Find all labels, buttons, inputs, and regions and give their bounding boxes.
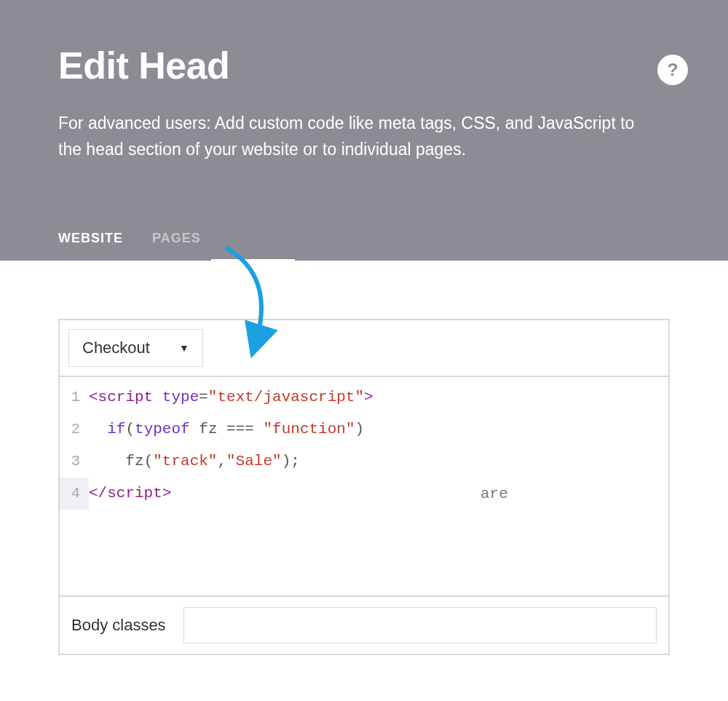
tab-website[interactable]: WEBSITE bbox=[58, 231, 123, 261]
stray-text: are bbox=[480, 478, 508, 510]
page-select-dropdown[interactable]: Checkout ▼ bbox=[68, 329, 203, 367]
help-icon: ? bbox=[668, 60, 678, 80]
line-number: 1 bbox=[60, 381, 89, 413]
line-number: 3 bbox=[60, 445, 89, 478]
content-area: Checkout ▼ 1 <script type="text/javascri… bbox=[0, 261, 728, 655]
code-line: 2 if(typeof fz === "function") bbox=[60, 413, 668, 445]
dropdown-label: Checkout bbox=[82, 338, 150, 357]
body-classes-row: Body classes bbox=[60, 595, 668, 654]
help-button[interactable]: ? bbox=[657, 55, 688, 85]
page-description: For advanced users: Add custom code like… bbox=[58, 111, 641, 162]
tab-pages[interactable]: PAGES bbox=[152, 231, 201, 261]
page-title: Edit Head bbox=[58, 44, 670, 87]
code-editor[interactable]: 1 <script type="text/javascript"> 2 if(t… bbox=[60, 377, 668, 595]
code-line: 3 fz("track","Sale"); bbox=[60, 445, 668, 478]
tabs: WEBSITE PAGES bbox=[58, 231, 201, 261]
editor-panel: Checkout ▼ 1 <script type="text/javascri… bbox=[58, 319, 670, 655]
code-text: <script type="text/javascript"> bbox=[89, 381, 668, 413]
chevron-down-icon: ▼ bbox=[179, 342, 189, 354]
code-text: fz("track","Sale"); bbox=[89, 445, 668, 478]
line-number: 2 bbox=[60, 413, 89, 445]
code-line: 4 </script> bbox=[60, 478, 668, 510]
code-line: 1 <script type="text/javascript"> bbox=[60, 381, 668, 413]
body-classes-label: Body classes bbox=[71, 616, 166, 635]
panel-toolbar: Checkout ▼ bbox=[60, 320, 668, 377]
body-classes-input[interactable] bbox=[183, 607, 657, 643]
line-number: 4 bbox=[60, 478, 89, 510]
header-panel: Edit Head For advanced users: Add custom… bbox=[0, 0, 728, 261]
code-text: </script> bbox=[89, 478, 668, 510]
tab-indicator bbox=[211, 259, 295, 262]
code-text: if(typeof fz === "function") bbox=[89, 413, 668, 445]
